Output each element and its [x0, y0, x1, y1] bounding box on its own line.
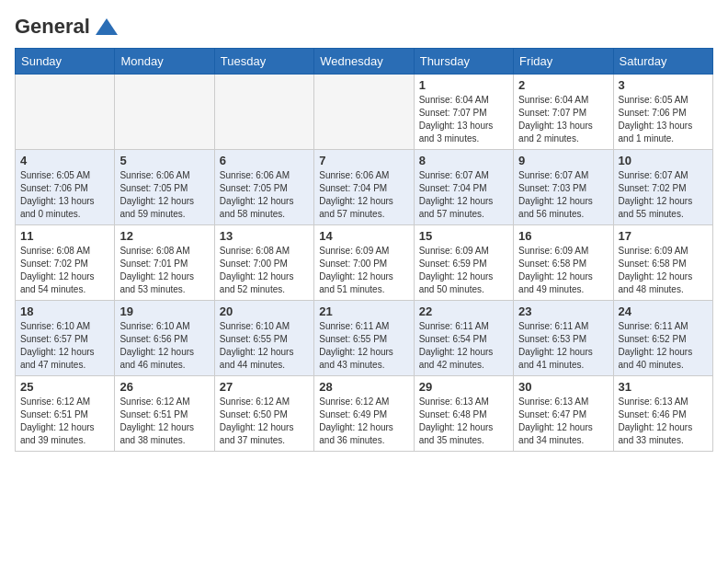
day-number: 10 [619, 154, 708, 167]
calendar-day-25: 25Sunrise: 6:12 AM Sunset: 6:51 PM Dayli… [16, 376, 115, 452]
day-number: 25 [20, 380, 109, 394]
day-info: Sunrise: 6:08 AM Sunset: 7:00 PM Dayligh… [220, 245, 309, 296]
day-info: Sunrise: 6:11 AM Sunset: 6:54 PM Dayligh… [419, 320, 508, 372]
day-header-thursday: Thursday [414, 49, 513, 75]
calendar-empty [314, 75, 414, 150]
day-number: 23 [518, 304, 608, 318]
logo-icon [94, 17, 119, 37]
calendar-day-6: 6Sunrise: 6:06 AM Sunset: 7:05 PM Daylig… [214, 150, 313, 225]
calendar-day-22: 22Sunrise: 6:11 AM Sunset: 6:54 PM Dayli… [414, 301, 513, 376]
day-info: Sunrise: 6:10 AM Sunset: 6:55 PM Dayligh… [220, 320, 309, 372]
day-number: 5 [119, 154, 209, 167]
day-number: 22 [419, 304, 508, 318]
day-number: 19 [119, 304, 209, 318]
day-info: Sunrise: 6:12 AM Sunset: 6:50 PM Dayligh… [220, 396, 309, 447]
calendar-day-15: 15Sunrise: 6:09 AM Sunset: 6:59 PM Dayli… [414, 225, 513, 301]
day-number: 24 [619, 304, 708, 318]
calendar-day-29: 29Sunrise: 6:13 AM Sunset: 6:48 PM Dayli… [414, 376, 513, 452]
day-number: 6 [220, 154, 309, 167]
logo-general: General [15, 15, 90, 39]
day-info: Sunrise: 6:09 AM Sunset: 6:58 PM Dayligh… [518, 245, 608, 296]
day-number: 17 [619, 229, 708, 243]
day-number: 11 [20, 229, 109, 243]
calendar-day-14: 14Sunrise: 6:09 AM Sunset: 7:00 PM Dayli… [314, 225, 414, 301]
calendar-empty [16, 75, 115, 150]
calendar-day-16: 16Sunrise: 6:09 AM Sunset: 6:58 PM Dayli… [514, 225, 613, 301]
calendar-day-18: 18Sunrise: 6:10 AM Sunset: 6:57 PM Dayli… [16, 301, 115, 376]
day-info: Sunrise: 6:07 AM Sunset: 7:02 PM Dayligh… [619, 169, 708, 221]
calendar-header-row: SundayMondayTuesdayWednesdayThursdayFrid… [16, 49, 713, 75]
day-number: 8 [419, 154, 508, 167]
day-number: 1 [419, 78, 508, 92]
calendar-week-3: 11Sunrise: 6:08 AM Sunset: 7:02 PM Dayli… [16, 225, 713, 301]
calendar-day-19: 19Sunrise: 6:10 AM Sunset: 6:56 PM Dayli… [115, 301, 214, 376]
day-number: 4 [20, 154, 109, 167]
day-info: Sunrise: 6:06 AM Sunset: 7:04 PM Dayligh… [319, 169, 408, 221]
day-info: Sunrise: 6:10 AM Sunset: 6:56 PM Dayligh… [119, 320, 209, 372]
day-info: Sunrise: 6:13 AM Sunset: 6:46 PM Dayligh… [619, 396, 708, 447]
calendar-day-21: 21Sunrise: 6:11 AM Sunset: 6:55 PM Dayli… [314, 301, 414, 376]
calendar-day-7: 7Sunrise: 6:06 AM Sunset: 7:04 PM Daylig… [314, 150, 414, 225]
calendar-day-5: 5Sunrise: 6:06 AM Sunset: 7:05 PM Daylig… [115, 150, 214, 225]
calendar-day-13: 13Sunrise: 6:08 AM Sunset: 7:00 PM Dayli… [214, 225, 313, 301]
day-number: 16 [518, 229, 608, 243]
calendar-day-4: 4Sunrise: 6:05 AM Sunset: 7:06 PM Daylig… [16, 150, 115, 225]
day-info: Sunrise: 6:12 AM Sunset: 6:49 PM Dayligh… [319, 396, 408, 447]
day-header-saturday: Saturday [613, 49, 712, 75]
calendar-day-28: 28Sunrise: 6:12 AM Sunset: 6:49 PM Dayli… [314, 376, 414, 452]
calendar-week-2: 4Sunrise: 6:05 AM Sunset: 7:06 PM Daylig… [16, 150, 713, 225]
day-info: Sunrise: 6:11 AM Sunset: 6:53 PM Dayligh… [518, 320, 608, 372]
calendar-week-4: 18Sunrise: 6:10 AM Sunset: 6:57 PM Dayli… [16, 301, 713, 376]
day-info: Sunrise: 6:08 AM Sunset: 7:02 PM Dayligh… [20, 245, 109, 296]
day-header-sunday: Sunday [16, 49, 115, 75]
calendar-day-20: 20Sunrise: 6:10 AM Sunset: 6:55 PM Dayli… [214, 301, 313, 376]
day-info: Sunrise: 6:08 AM Sunset: 7:01 PM Dayligh… [119, 245, 209, 296]
day-info: Sunrise: 6:12 AM Sunset: 6:51 PM Dayligh… [119, 396, 209, 447]
day-info: Sunrise: 6:07 AM Sunset: 7:04 PM Dayligh… [419, 169, 508, 221]
calendar-day-31: 31Sunrise: 6:13 AM Sunset: 6:46 PM Dayli… [613, 376, 712, 452]
calendar-day-11: 11Sunrise: 6:08 AM Sunset: 7:02 PM Dayli… [16, 225, 115, 301]
calendar-day-30: 30Sunrise: 6:13 AM Sunset: 6:47 PM Dayli… [514, 376, 613, 452]
day-info: Sunrise: 6:05 AM Sunset: 7:06 PM Dayligh… [619, 94, 708, 145]
calendar-day-10: 10Sunrise: 6:07 AM Sunset: 7:02 PM Dayli… [613, 150, 712, 225]
day-number: 28 [319, 380, 408, 394]
calendar-week-1: 1Sunrise: 6:04 AM Sunset: 7:07 PM Daylig… [16, 75, 713, 150]
calendar-day-3: 3Sunrise: 6:05 AM Sunset: 7:06 PM Daylig… [613, 75, 712, 150]
day-number: 31 [619, 380, 708, 394]
calendar-day-17: 17Sunrise: 6:09 AM Sunset: 6:58 PM Dayli… [613, 225, 712, 301]
day-number: 15 [419, 229, 508, 243]
calendar-day-24: 24Sunrise: 6:11 AM Sunset: 6:52 PM Dayli… [613, 301, 712, 376]
day-info: Sunrise: 6:09 AM Sunset: 6:58 PM Dayligh… [619, 245, 708, 296]
day-number: 13 [220, 229, 309, 243]
day-number: 20 [220, 304, 309, 318]
day-number: 3 [619, 78, 708, 92]
calendar-day-9: 9Sunrise: 6:07 AM Sunset: 7:03 PM Daylig… [514, 150, 613, 225]
calendar-day-23: 23Sunrise: 6:11 AM Sunset: 6:53 PM Dayli… [514, 301, 613, 376]
day-header-monday: Monday [115, 49, 214, 75]
day-number: 18 [20, 304, 109, 318]
day-info: Sunrise: 6:07 AM Sunset: 7:03 PM Dayligh… [518, 169, 608, 221]
day-info: Sunrise: 6:12 AM Sunset: 6:51 PM Dayligh… [20, 396, 109, 447]
calendar-day-1: 1Sunrise: 6:04 AM Sunset: 7:07 PM Daylig… [414, 75, 513, 150]
svg-marker-0 [96, 18, 118, 35]
day-number: 7 [319, 154, 408, 167]
day-number: 12 [119, 229, 209, 243]
day-info: Sunrise: 6:09 AM Sunset: 7:00 PM Dayligh… [319, 245, 408, 296]
day-number: 14 [319, 229, 408, 243]
calendar-day-26: 26Sunrise: 6:12 AM Sunset: 6:51 PM Dayli… [115, 376, 214, 452]
day-number: 9 [518, 154, 608, 167]
day-info: Sunrise: 6:06 AM Sunset: 7:05 PM Dayligh… [220, 169, 309, 221]
day-info: Sunrise: 6:13 AM Sunset: 6:47 PM Dayligh… [518, 396, 608, 447]
day-info: Sunrise: 6:04 AM Sunset: 7:07 PM Dayligh… [419, 94, 508, 145]
day-number: 2 [518, 78, 608, 92]
day-info: Sunrise: 6:09 AM Sunset: 6:59 PM Dayligh… [419, 245, 508, 296]
logo: General [15, 15, 119, 37]
day-header-friday: Friday [514, 49, 613, 75]
calendar-day-27: 27Sunrise: 6:12 AM Sunset: 6:50 PM Dayli… [214, 376, 313, 452]
day-info: Sunrise: 6:06 AM Sunset: 7:05 PM Dayligh… [119, 169, 209, 221]
day-number: 29 [419, 380, 508, 394]
page-header: General [15, 15, 713, 37]
day-header-tuesday: Tuesday [214, 49, 313, 75]
day-info: Sunrise: 6:04 AM Sunset: 7:07 PM Dayligh… [518, 94, 608, 145]
day-info: Sunrise: 6:13 AM Sunset: 6:48 PM Dayligh… [419, 396, 508, 447]
